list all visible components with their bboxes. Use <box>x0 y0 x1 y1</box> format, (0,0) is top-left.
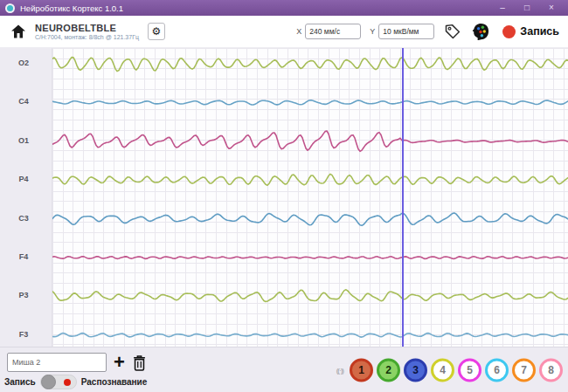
plus-icon: + <box>114 351 125 373</box>
home-button[interactable] <box>9 22 28 41</box>
record-button-label: Запись <box>520 25 559 38</box>
recognition-label: Распознавание <box>81 377 148 387</box>
mode-toggle[interactable] <box>40 375 77 389</box>
y-scale-label: Y <box>370 27 375 36</box>
app-logo-icon <box>5 3 15 13</box>
titlebar[interactable]: Нейроботикс Кортекс 1.0.1 – □ × <box>0 0 568 16</box>
toggle-knob-icon <box>41 375 56 389</box>
maximize-button[interactable]: □ <box>521 0 533 16</box>
channel-label-C4: C4 <box>0 97 47 106</box>
record-mode-label: Запись <box>4 377 36 387</box>
channel-label-F4: F4 <box>0 252 47 261</box>
x-scale-label: X <box>296 27 301 36</box>
channel-button-5[interactable]: 5 <box>458 358 481 382</box>
record-button[interactable]: Запись <box>502 25 559 38</box>
settings-button[interactable]: ⚙ <box>148 23 165 40</box>
delete-session-button[interactable] <box>132 354 147 371</box>
channel-button-2[interactable]: 2 <box>377 358 400 382</box>
channel-button-8[interactable]: 8 <box>539 358 563 382</box>
channel-button-3[interactable]: 3 <box>404 358 427 382</box>
record-icon <box>502 25 516 38</box>
channel-label-P3: P3 <box>0 291 47 299</box>
device-info: С/Н:7004, монтаж: 8/8ch @ 121.37Гц <box>35 34 139 40</box>
device-name: NEUROBELTBLE <box>35 23 139 33</box>
channel-label-O2: O2 <box>0 58 47 67</box>
eeg-main-area: O2C4O1P4C3F4P3F3 <box>0 48 568 347</box>
channel-button-7[interactable]: 7 <box>512 358 536 382</box>
add-session-button[interactable]: + <box>114 354 125 371</box>
eeg-canvas <box>52 48 568 347</box>
mode-toggle-row: Запись Распознавание <box>4 375 147 389</box>
channel-label-column: O2C4O1P4C3F4P3F3 <box>0 48 52 347</box>
session-name-input[interactable] <box>7 353 107 372</box>
footer-bar: + Запись Распознавание ((·)) 12345678 <box>0 347 568 392</box>
tag-icon <box>443 23 461 41</box>
home-icon <box>10 23 27 40</box>
channel-label-O1: O1 <box>0 136 47 145</box>
y-scale-input[interactable] <box>378 24 434 39</box>
channel-label-F3: F3 <box>0 330 47 339</box>
eeg-chart[interactable] <box>52 48 568 347</box>
window-title: Нейроботикс Кортекс 1.0.1 <box>20 3 123 13</box>
close-button[interactable]: × <box>545 0 558 16</box>
header-toolbar: NEUROBELTBLE С/Н:7004, монтаж: 8/8ch @ 1… <box>0 16 568 48</box>
channel-buttons-row: ((·)) 12345678 <box>336 358 563 382</box>
channel-button-6[interactable]: 6 <box>485 358 509 382</box>
channel-label-P4: P4 <box>0 175 47 183</box>
minimize-button[interactable]: – <box>496 0 509 16</box>
gear-icon: ⚙ <box>152 25 162 38</box>
app-window: Нейроботикс Кортекс 1.0.1 – □ × NEUROBEL… <box>0 0 568 392</box>
channel-button-1[interactable]: 1 <box>350 358 373 382</box>
electrode-head-icon <box>470 22 490 42</box>
recognition-active-dot <box>64 379 71 386</box>
marker-tag-button[interactable] <box>443 23 461 41</box>
trash-icon <box>132 354 147 371</box>
playback-cursor[interactable] <box>402 48 404 347</box>
x-scale-input[interactable] <box>305 24 361 39</box>
channel-button-4[interactable]: 4 <box>431 358 454 382</box>
montage-button[interactable] <box>470 22 490 42</box>
broadcast-icon: ((·)) <box>336 366 343 374</box>
channel-label-C3: C3 <box>0 214 47 223</box>
